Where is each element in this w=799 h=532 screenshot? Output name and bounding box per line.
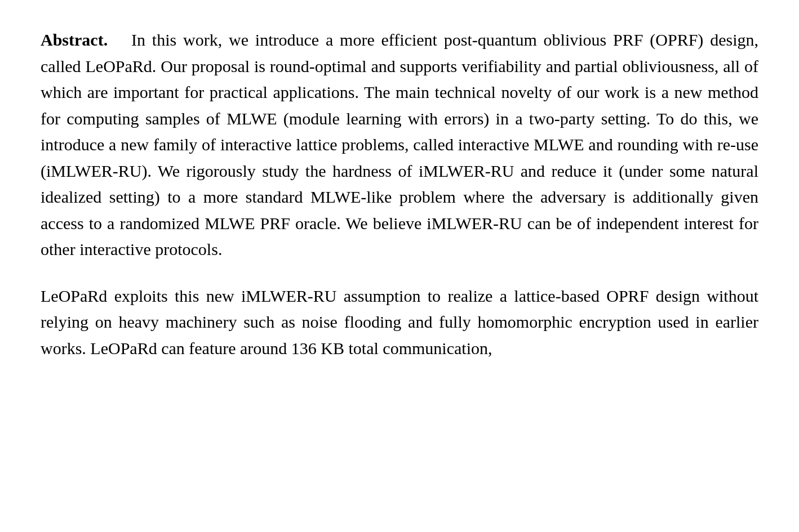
page-container: Abstract. In this work, we introduce a m… [0, 0, 799, 532]
abstract-paragraph-2: LeOPaRd exploits this new iMLWER-RU assu… [41, 283, 758, 362]
abstract-paragraph-1: Abstract. In this work, we introduce a m… [41, 27, 758, 263]
abstract-paragraph-1-text: In this work, we introduce a more effici… [41, 30, 758, 258]
abstract-section: Abstract. In this work, we introduce a m… [41, 27, 758, 361]
abstract-label: Abstract. [41, 30, 108, 49]
